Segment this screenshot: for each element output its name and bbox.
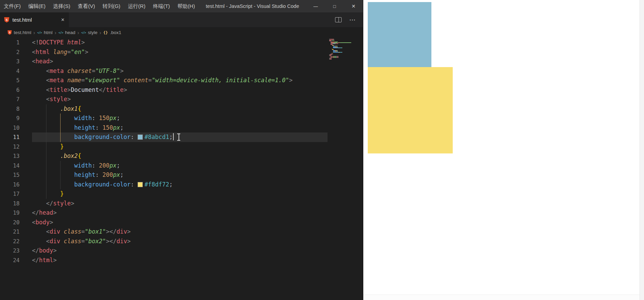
line-number: 11 [0,132,32,142]
code-text: </body> [32,246,328,256]
line-number: 24 [0,256,32,265]
code-line[interactable]: 16 background-color: #f8df72; [0,180,363,190]
breadcrumb-item[interactable]: 5test.html [8,30,31,35]
code-text: } [32,142,328,152]
line-number: 15 [0,170,32,180]
menu-item[interactable]: 文件(F) [0,0,24,12]
code-line[interactable]: 20<body> [0,218,363,227]
code-line[interactable]: 23</body> [0,246,363,256]
screenshot-root: 文件(F)编辑(E)选择(S)查看(V)转到(G)运行(R)终端(T)帮助(H)… [0,0,644,300]
code-line[interactable]: 4 <meta charset="UTF-8"> [0,66,363,76]
breadcrumb-label: head [65,30,75,35]
menu-item[interactable]: 查看(V) [74,0,99,12]
code-line[interactable]: 9 width: 150px; [0,114,363,123]
code-text: <div class="box1"></div> [32,227,328,237]
chevron-right-icon: › [33,30,35,35]
line-number: 13 [0,151,32,161]
code-text: height: 200px; [32,170,328,180]
breadcrumb-item[interactable]: {}.box1 [103,30,121,35]
code-text: height: 150px; [32,123,328,133]
menu-item[interactable]: 运行(R) [124,0,149,12]
breadcrumb-label: style [88,30,97,35]
breadcrumb-item[interactable]: </>head [58,30,75,35]
tab-bar: 5 test.html ✕ ⋯ [0,12,363,27]
code-text: <meta name="viewport" content="width=dev… [32,76,328,85]
text-cursor [173,133,174,140]
code-text: <title>Document</title> [32,85,328,95]
code-text: background-color: #8abcd1; [32,132,328,142]
line-number: 10 [0,123,32,133]
code-line[interactable]: 7 <style> [0,95,363,104]
code-line[interactable]: 17 } [0,189,363,199]
preview-scrollbar[interactable] [640,0,644,300]
breadcrumb-item[interactable]: </>style [81,30,97,35]
code-symbol-icon: </> [58,31,63,34]
code-line[interactable]: 24</html> [0,256,363,265]
title-bar: 文件(F)编辑(E)选择(S)查看(V)转到(G)运行(R)终端(T)帮助(H)… [0,0,363,12]
code-text: width: 150px; [32,114,328,123]
line-number: 8 [0,104,32,114]
line-number: 9 [0,114,32,123]
indent-guide-active [60,114,61,142]
code-line[interactable]: 10 height: 150px; [0,123,363,133]
line-number: 4 [0,66,32,76]
code-line[interactable]: 12 } [0,142,363,152]
editor: 1<!DOCTYPE html>2<html lang="en">3<head>… [0,38,363,300]
maximize-button[interactable]: □ [325,0,344,12]
code-line[interactable]: 6 <title>Document</title> [0,85,363,95]
code-line[interactable]: 3<head> [0,57,363,66]
code-line[interactable]: 8 .box1{ [0,104,363,114]
line-number: 22 [0,237,32,246]
code-line[interactable]: 13 .box2{ [0,151,363,161]
split-editor-icon[interactable] [335,17,342,22]
breadcrumb-item[interactable]: </>html [37,30,53,35]
menu-item[interactable]: 选择(S) [49,0,74,12]
code-text: <html lang="en"> [32,47,328,57]
code-line[interactable]: 15 height: 200px; [0,170,363,180]
code-line[interactable]: 14 width: 200px; [0,161,363,171]
code-line[interactable]: 2<html lang="en"> [0,47,363,57]
vscode-window: 文件(F)编辑(E)选择(S)查看(V)转到(G)运行(R)终端(T)帮助(H)… [0,0,363,300]
code-line[interactable]: 22 <div class="box2"></div> [0,237,363,246]
code-text: width: 200px; [32,161,328,171]
html5-icon: 5 [8,30,12,35]
line-number: 23 [0,246,32,256]
minimap-line [329,59,351,60]
close-button[interactable]: ✕ [344,0,363,12]
tab-close-icon[interactable]: ✕ [61,17,65,22]
breadcrumb-label: .box1 [110,30,121,35]
color-swatch[interactable] [138,135,143,140]
color-swatch[interactable] [138,182,143,187]
code-line[interactable]: 18 </style> [0,199,363,208]
code-text: <meta charset="UTF-8"> [32,66,328,76]
menu-item[interactable]: 编辑(E) [24,0,49,12]
line-number: 17 [0,189,32,199]
line-number: 5 [0,76,32,85]
line-number: 1 [0,38,32,47]
breadcrumb-label: html [44,30,53,35]
tab-label: test.html [12,17,32,23]
minimize-button[interactable]: — [306,0,325,12]
window-title: test.html - JavaScript - Visual Studio C… [199,0,306,12]
minimap[interactable] [329,39,351,60]
code-line[interactable]: 11 background-color: #8abcd1; [0,132,363,142]
line-number: 19 [0,208,32,218]
window-controls: — □ ✕ [306,0,363,12]
code-line[interactable]: 5 <meta name="viewport" content="width=d… [0,76,363,85]
tab-test-html[interactable]: 5 test.html ✕ [0,12,69,27]
code-text: </head> [32,208,328,218]
menu-item[interactable]: 帮助(H) [174,0,199,12]
menu-item[interactable]: 转到(G) [99,0,124,12]
code-area: 1<!DOCTYPE html>2<html lang="en">3<head>… [0,38,363,265]
menu-bar: 文件(F)编辑(E)选择(S)查看(V)转到(G)运行(R)终端(T)帮助(H) [0,0,199,12]
menu-item[interactable]: 终端(T) [149,0,174,12]
line-number: 3 [0,57,32,66]
line-number: 20 [0,218,32,227]
code-line[interactable]: 21 <div class="box1"></div> [0,227,363,237]
code-line[interactable]: 19</head> [0,208,363,218]
more-actions-icon[interactable]: ⋯ [349,16,356,24]
chevron-right-icon: › [99,30,101,35]
line-number: 7 [0,95,32,104]
code-line[interactable]: 1<!DOCTYPE html> [0,38,363,47]
line-number: 2 [0,47,32,57]
